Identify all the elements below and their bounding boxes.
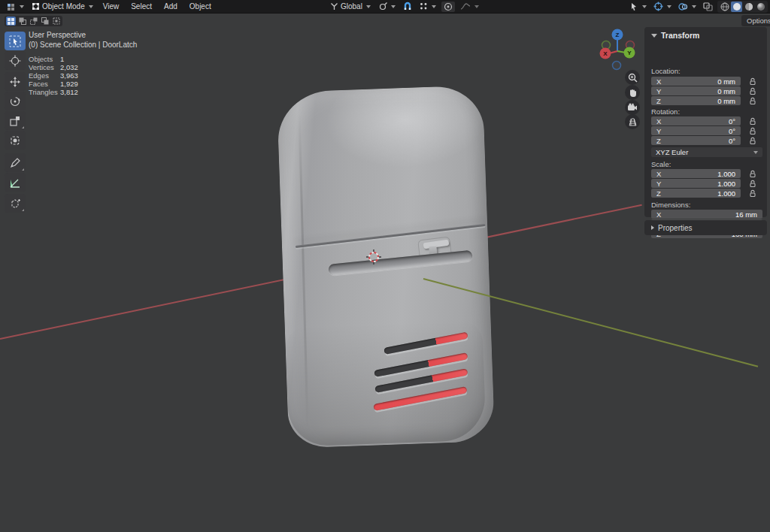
tool-transform[interactable] — [5, 131, 26, 150]
mini-duplicate-button[interactable] — [40, 17, 50, 26]
transform-orientation-dropdown[interactable]: Global — [328, 2, 373, 11]
gizmo-icon — [653, 2, 663, 11]
mini-grid-button[interactable] — [6, 17, 16, 26]
axis-value: 0 mm — [717, 87, 735, 95]
editor-type-button[interactable] — [5, 2, 26, 12]
scale-z-field[interactable]: Z1.000 — [651, 189, 741, 198]
snap-toggle[interactable] — [401, 1, 414, 12]
dimension-x-field[interactable]: X16 mm — [651, 210, 762, 219]
lock-location-z-button[interactable] — [746, 96, 759, 105]
gizmo-y-label: Y — [627, 50, 632, 56]
shading-wireframe-button[interactable] — [719, 2, 730, 12]
axis-value: 0 mm — [717, 77, 735, 86]
location-y-field[interactable]: Y0 mm — [651, 86, 741, 95]
options-button[interactable]: Options — [741, 15, 770, 26]
gizmos-dropdown[interactable] — [651, 1, 674, 12]
location-z-field[interactable]: Z0 mm — [651, 96, 741, 105]
perspective-toggle-button[interactable] — [625, 114, 640, 129]
axis-label: Z — [656, 189, 661, 198]
chevron-down-icon — [20, 5, 24, 8]
chevron-expanded-icon — [651, 34, 657, 38]
shading-solid-button[interactable] — [731, 2, 742, 12]
rotation-x-field[interactable]: X0° — [651, 116, 741, 125]
shading-material-button[interactable] — [743, 2, 754, 12]
axis-value: 1.000 — [717, 180, 735, 188]
tool-cursor[interactable] — [5, 51, 26, 70]
stat-label: Edges — [29, 71, 60, 80]
lock-scale-z-button[interactable] — [746, 189, 759, 198]
tool-annotate[interactable] — [5, 153, 26, 172]
overlays-dropdown[interactable] — [676, 2, 699, 12]
lock-rotation-y-button[interactable] — [746, 126, 759, 135]
lock-location-y-button[interactable] — [746, 86, 759, 95]
mini-corner-button[interactable] — [29, 17, 38, 26]
lock-scale-y-button[interactable] — [746, 179, 759, 188]
zoom-view-button[interactable] — [625, 70, 640, 85]
transform-panel: Transform Location: X0 mm Y0 mm Z0 mm Ro… — [644, 27, 767, 217]
orientation-axis-icon — [330, 2, 338, 11]
shading-mode-group — [717, 1, 768, 13]
snap-settings-dropdown[interactable] — [417, 2, 438, 11]
gizmo-z-label: Z — [616, 32, 620, 38]
chevron-down-icon — [89, 5, 93, 8]
xray-toggle[interactable] — [701, 2, 715, 12]
chevron-down-icon — [753, 151, 758, 154]
rotation-y-field[interactable]: Y0° — [651, 126, 741, 135]
scale-z-row: Z1.000 — [651, 189, 759, 198]
axis-label: X — [656, 117, 661, 125]
stat-label: Vertices — [29, 63, 60, 71]
camera-view-button[interactable] — [625, 100, 640, 115]
mode-selector[interactable]: Object Mode — [29, 2, 95, 11]
viewport-editor-icon — [7, 2, 16, 11]
menu-view[interactable]: View — [99, 2, 124, 11]
rotation-z-field[interactable]: Z0° — [651, 136, 741, 145]
navigation-gizmo[interactable]: Z X Y — [598, 27, 638, 74]
mini-frame-button[interactable] — [51, 17, 61, 26]
scale-x-field[interactable]: X1.000 — [651, 169, 741, 178]
scale-y-field[interactable]: Y1.000 — [651, 179, 741, 188]
proportional-editing-toggle[interactable] — [441, 2, 455, 12]
axis-value: 0° — [729, 117, 735, 125]
chevron-down-icon — [642, 5, 647, 8]
lock-scale-x-button[interactable] — [746, 169, 759, 178]
mini-overlap-button[interactable] — [17, 17, 27, 26]
location-y-row: Y0 mm — [651, 86, 759, 95]
axis-label: Y — [656, 127, 661, 135]
menu-object[interactable]: Object — [185, 2, 216, 11]
rotation-mode-value: XYZ Euler — [656, 148, 688, 156]
tool-select-box[interactable] — [5, 32, 26, 50]
options-label: Options — [747, 17, 770, 25]
gizmo-axis-neg-z[interactable] — [613, 62, 621, 70]
tool-measure[interactable] — [5, 173, 26, 192]
pivot-point-dropdown[interactable] — [376, 2, 398, 12]
proportional-falloff-dropdown[interactable] — [458, 2, 481, 11]
axis-value: 1.000 — [717, 189, 735, 198]
dimension-x-row: X16 mm — [651, 210, 762, 219]
tool-add-cube[interactable] — [5, 194, 26, 213]
shading-rendered-button[interactable] — [755, 2, 766, 12]
location-x-field[interactable]: X0 mm — [651, 77, 741, 86]
rotation-x-row: X0° — [651, 116, 759, 125]
tool-move[interactable] — [5, 72, 26, 91]
transform-panel-header[interactable]: Transform — [644, 27, 767, 40]
chevron-down-icon — [474, 5, 479, 8]
menu-select[interactable]: Select — [126, 2, 156, 11]
pan-view-button[interactable] — [625, 85, 640, 100]
stat-label: Faces — [29, 80, 60, 88]
lock-rotation-x-button[interactable] — [746, 116, 759, 125]
lock-rotation-z-button[interactable] — [746, 136, 759, 145]
scale-label: Scale: — [644, 160, 671, 168]
chevron-down-icon — [432, 5, 436, 8]
object-mode-icon — [32, 2, 40, 11]
properties-panel[interactable]: Properties — [644, 220, 767, 235]
show-object-types-dropdown[interactable] — [627, 2, 649, 12]
menu-add[interactable]: Add — [159, 2, 182, 11]
rotation-label: Rotation: — [644, 107, 680, 116]
axis-value: 0 mm — [717, 97, 735, 105]
overlays-icon — [678, 2, 688, 11]
rotation-mode-dropdown[interactable]: XYZ Euler — [651, 147, 762, 157]
viewport-overlay-info: User Perspective (0) Scene Collection | … — [29, 30, 137, 96]
tool-scale[interactable] — [5, 111, 26, 130]
lock-location-x-button[interactable] — [746, 77, 759, 86]
tool-rotate[interactable] — [5, 92, 26, 110]
